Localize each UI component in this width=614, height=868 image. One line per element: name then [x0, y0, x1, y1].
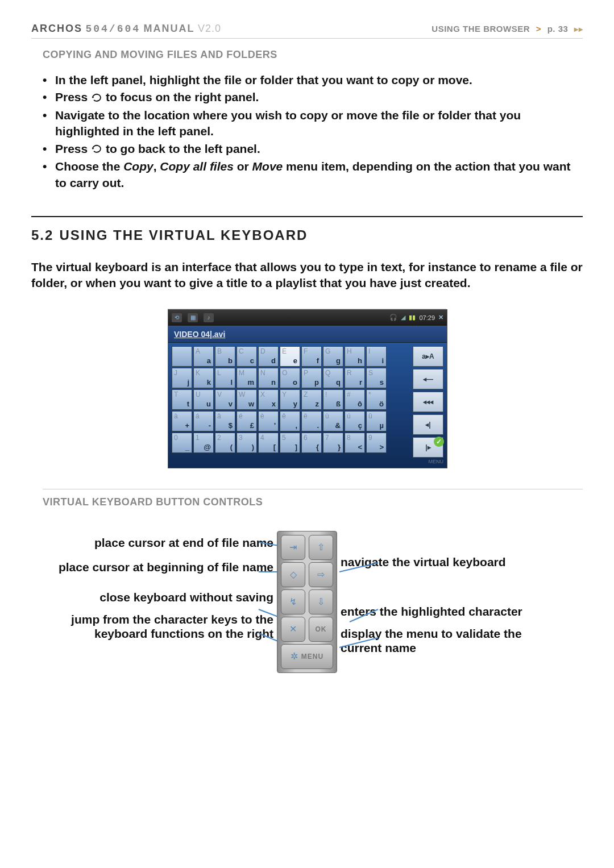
vk-key: Ww	[237, 389, 257, 410]
bullet-2: Press to focus on the right panel.	[55, 89, 259, 106]
status-time: 07:29	[419, 314, 435, 321]
vk-key: Cc	[237, 346, 257, 367]
subhead-copy-move: COPYING AND MOVING FILES AND FOLDERS	[43, 49, 583, 61]
vk-menu-label: MENU	[413, 459, 443, 464]
vk-key: Xx	[258, 389, 279, 410]
page-number: p. 33	[547, 24, 569, 34]
breadcrumb-sep: >	[536, 24, 541, 34]
vk-key: Uu	[193, 389, 214, 410]
brand: ARCHOS	[31, 23, 82, 34]
back-icon: ⟲	[172, 313, 182, 322]
remote-control: ⇥ ⇧ ◇ ⇨ ↯ ⇩ ✕ OK ✲ MENU	[277, 531, 337, 673]
vk-key: é£	[237, 411, 257, 431]
vk-key: 2(	[215, 433, 235, 453]
vk-key: ê,	[280, 411, 300, 431]
copy-move-bullets: •In the left panel, highlight the file o…	[43, 72, 583, 191]
bullet-3: Navigate to the location where you wish …	[55, 107, 583, 140]
check-icon: ✓	[434, 437, 444, 447]
vk-key: Tt	[172, 389, 192, 410]
headphone-icon: 🎧	[389, 314, 397, 321]
vk-key: Vv	[215, 389, 235, 410]
vk-key: !ß	[323, 389, 343, 410]
vk-filename-field: VIDEO 04|.avi	[168, 326, 447, 343]
cycle-icon	[91, 142, 102, 157]
header-right: USING THE BROWSER > p. 33 ▸▸	[432, 24, 583, 34]
bullet-4: Press to go back to the left panel.	[55, 141, 260, 158]
bullet-1: In the left panel, highlight the file or…	[55, 72, 472, 88]
controls-diagram: place cursor at end of file name place c…	[31, 531, 583, 690]
battery-icon: ▮▮	[409, 314, 416, 321]
vk-key: *ö	[366, 389, 387, 410]
vk-key: Gg	[323, 346, 343, 367]
page-context: USING THE BROWSER	[432, 24, 530, 34]
vk-key: 8<	[345, 433, 365, 453]
svg-line-4	[339, 563, 378, 572]
vk-key: Ss	[366, 368, 387, 388]
vk-key: Kk	[193, 368, 214, 388]
vk-key: Qq	[323, 368, 343, 388]
cycle-icon	[91, 90, 102, 106]
vk-key: 0_	[172, 433, 192, 453]
manual-label: MANUAL	[144, 23, 195, 34]
vk-cursor-left-button: ◂|	[413, 414, 443, 435]
menu-icon: ✲	[291, 651, 298, 662]
vk-key: Ff	[301, 346, 322, 367]
vk-key	[172, 346, 192, 367]
vk-key: Hh	[345, 346, 365, 367]
remote-right-button: ⇨	[309, 562, 333, 587]
vk-key: ë.	[301, 411, 322, 431]
section-intro: The virtual keyboard is an interface tha…	[31, 259, 583, 292]
vk-key: Yy	[280, 389, 300, 410]
vk-key: à+	[172, 411, 192, 431]
vk-titlebar: ⟲ ▦ ♪ 🎧 ◢ ▮▮ 07:29 ✕	[168, 310, 447, 326]
svg-line-5	[350, 609, 378, 622]
remote-up-button: ⇧	[309, 535, 333, 560]
leader-lines-right	[327, 531, 588, 684]
vk-key: Pp	[301, 368, 322, 388]
section-title: 5.2USING THE VIRTUAL KEYBOARD	[31, 227, 583, 243]
vk-key: 7}	[323, 433, 343, 453]
vk-key: Mm	[237, 368, 257, 388]
vk-backspace-button: ◂—	[413, 369, 443, 389]
vk-key: Ee	[280, 346, 300, 367]
vk-key: úç	[345, 411, 365, 431]
vk-key: è'	[258, 411, 279, 431]
subhead-button-controls: VIRTUAL KEYBOARD BUTTON CONTROLS	[43, 489, 583, 508]
header-left: ARCHOS 504/604 MANUAL V2.0	[31, 23, 221, 35]
vk-key: Rr	[345, 368, 365, 388]
vk-key: á-	[193, 411, 214, 431]
section-divider	[31, 216, 583, 217]
vk-cursor-right-button: |▸✓	[413, 437, 443, 458]
vk-key: Oo	[280, 368, 300, 388]
forward-icon: ▸▸	[574, 24, 583, 34]
grid-icon: ▦	[188, 313, 198, 322]
vk-key-grid: AaBbCcDdEeFfGgHhIiJjKkLlMmNnOoPpQqRrSsTt…	[172, 346, 387, 464]
vk-key: â$	[215, 411, 235, 431]
vk-key: Ll	[215, 368, 235, 388]
vk-key: Nn	[258, 368, 279, 388]
remote-down-button: ⇩	[309, 589, 333, 614]
close-icon: ✕	[438, 314, 443, 321]
vk-key: Bb	[215, 346, 235, 367]
vk-key: 5]	[280, 433, 300, 453]
vk-key: #ô	[345, 389, 365, 410]
remote-menu-button: ✲ MENU	[281, 644, 333, 669]
vk-key: 9>	[366, 433, 387, 453]
vk-key: Dd	[258, 346, 279, 367]
remote-tab-button: ⇥	[281, 535, 305, 560]
signal-icon: ◢	[401, 314, 405, 321]
vk-side-buttons: a▸A ◂— ◂◂◂ ◂| |▸✓ MENU	[413, 346, 443, 464]
svg-line-6	[339, 638, 378, 647]
section-number: 5.2	[31, 227, 53, 243]
vk-key: Aa	[193, 346, 214, 367]
version-label: V2.0	[198, 23, 221, 34]
remote-close-button: ✕	[281, 617, 305, 642]
bullet-5: Choose the Copy, Copy all files or Move …	[55, 159, 583, 191]
vk-key: 1@	[193, 433, 214, 453]
section-name: USING THE VIRTUAL KEYBOARD	[59, 227, 308, 243]
leader-lines-left	[43, 531, 304, 684]
page-header: ARCHOS 504/604 MANUAL V2.0 USING THE BRO…	[31, 23, 583, 39]
remote-ok-button: OK	[309, 617, 333, 642]
vk-key: 4[	[258, 433, 279, 453]
virtual-keyboard-screenshot: ⟲ ▦ ♪ 🎧 ◢ ▮▮ 07:29 ✕ VIDEO 04|.avi AaBbC…	[168, 309, 446, 468]
